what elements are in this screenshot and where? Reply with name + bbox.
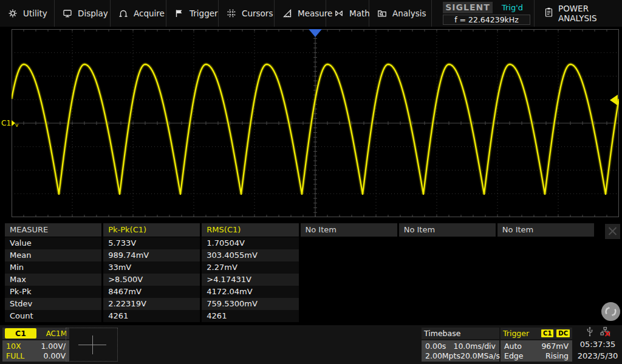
row-value: 2.27mV: [202, 261, 298, 274]
volts-per-div: 1.00V/: [41, 342, 66, 351]
brand-cluster: SIGLENT Trig'd f = 22.64239kHz: [443, 0, 530, 27]
table-row-max: Max >8.500V >4.17431V: [5, 274, 594, 286]
waveform-grid-svg: [12, 29, 619, 217]
menu-item-trigger[interactable]: Trigger: [166, 0, 219, 27]
row-value: 4261: [202, 310, 298, 322]
measure-header-noitem-2[interactable]: No Item: [399, 223, 496, 237]
acquire-icon: [118, 8, 128, 18]
history-loop-button[interactable]: [601, 302, 621, 322]
oscilloscope-screen: Utility Display Acquire Trigger: [0, 0, 622, 364]
trigger-position-marker[interactable]: [309, 29, 322, 37]
row-label: Min: [5, 261, 101, 274]
table-row-count: Count 4261 4261: [5, 310, 594, 322]
channel-marker-sub: v: [15, 122, 18, 128]
menu-item-label: Display: [78, 8, 108, 18]
menu-item-cursors[interactable]: Cursors: [219, 0, 275, 27]
clipboard-icon: [544, 7, 553, 19]
table-row-min: Min 33mV 2.27mV: [5, 261, 594, 274]
trigger-level: 967mV: [541, 342, 569, 351]
measure-close-button[interactable]: [605, 224, 620, 239]
gear-icon: [8, 8, 18, 18]
trigger-source-badge: C1: [541, 329, 553, 337]
row-value: >4.17431V: [202, 274, 298, 286]
trigger-level-marker[interactable]: [610, 95, 618, 106]
frequency-counter: f = 22.64239kHz: [443, 15, 530, 25]
row-label: Max: [5, 274, 101, 286]
waveform-display: [12, 29, 619, 217]
row-value: 303.4055mV: [202, 249, 298, 261]
timebase-panel[interactable]: Timebase 0.00s 10.0ms/div 2.00Mpts 20.0M…: [422, 328, 499, 362]
channel-coupling: AC1M: [39, 329, 67, 338]
timebase-title: Timebase: [424, 329, 460, 338]
row-value: 5.733V: [103, 237, 200, 249]
row-value: >8.500V: [103, 274, 200, 286]
trigger-slope: Rising: [545, 351, 569, 360]
table-row-mean: Mean 989.74mV 303.4055mV: [5, 249, 594, 261]
trigger-coupling-badge: DC: [556, 329, 570, 337]
row-value: 759.5300mV: [202, 298, 298, 310]
row-value: 1.70504V: [202, 237, 298, 249]
trigger-status: Trig'd: [494, 2, 530, 13]
status-area: 05:37:35 2023/5/30: [575, 327, 621, 362]
timebase-delay: 0.00s: [425, 342, 446, 351]
row-label: Count: [5, 310, 101, 322]
measure-header-noitem-1[interactable]: No Item: [301, 223, 397, 237]
row-value: 8467mV: [103, 286, 200, 298]
menu-item-measure[interactable]: Measure: [275, 0, 326, 27]
table-row-pkpk: Pk-Pk 8467mV 4172.04mV: [5, 286, 594, 298]
row-value: 33mV: [103, 261, 200, 274]
row-value: 2.22319V: [103, 298, 200, 310]
trigger-flag-icon: [174, 8, 184, 18]
measure-table-header: MEASURE Pk-Pk(C1) RMS(C1) No Item No Ite…: [5, 223, 594, 237]
measure-icon: [282, 8, 292, 18]
channel-marker-label: C1: [1, 119, 11, 127]
clock-time: 05:37:35: [575, 339, 621, 350]
menu-item-label: Math: [349, 8, 370, 18]
trigger-title: Trigger: [503, 329, 538, 338]
measure-table: MEASURE Pk-Pk(C1) RMS(C1) No Item No Ite…: [5, 223, 594, 322]
menu-item-analysis[interactable]: Analysis: [369, 0, 432, 27]
measure-header-noitem-3[interactable]: No Item: [497, 223, 594, 237]
menu-bar: Utility Display Acquire Trigger: [0, 0, 622, 27]
row-value: 4172.04mV: [202, 286, 298, 298]
display-icon: [63, 8, 72, 18]
measure-header-title: MEASURE: [5, 223, 101, 237]
trigger-type: Edge: [504, 351, 523, 360]
menu-item-label: Analysis: [392, 8, 426, 18]
measure-header-rms[interactable]: RMS(C1): [202, 223, 298, 237]
menu-item-label: Utility: [23, 8, 47, 18]
menu-item-display[interactable]: Display: [55, 0, 111, 27]
row-label: Pk-Pk: [5, 286, 101, 298]
lan-disconnected-icon: [600, 326, 610, 339]
bandwidth-limit: FULL: [6, 351, 24, 360]
menu-item-utility[interactable]: Utility: [0, 0, 55, 27]
row-label: Value: [5, 237, 101, 249]
channel-offset: 0.00V: [44, 351, 66, 360]
menu-item-math[interactable]: Math: [326, 0, 369, 27]
math-icon: [334, 8, 344, 18]
analysis-icon: [377, 8, 387, 18]
table-row-value: Value 5.733V 1.70504V: [5, 237, 594, 249]
usb-icon: [586, 326, 594, 339]
memory-depth: 2.00Mpts: [425, 351, 460, 360]
menu-item-acquire[interactable]: Acquire: [111, 0, 166, 27]
channel-c1-offset-marker[interactable]: C1 v: [1, 118, 18, 128]
row-label: Mean: [5, 249, 101, 261]
menu-item-label: Acquire: [134, 8, 165, 18]
menu-item-label: Cursors: [242, 8, 273, 18]
channel-badge-c1[interactable]: C1: [5, 328, 36, 339]
power-analysis-button[interactable]: POWER ANALYSIS: [534, 0, 622, 27]
channel-1-descriptor[interactable]: C1 AC1M 10X 1.00V/ FULL 0.00V: [2, 328, 69, 362]
trigger-mode: Auto: [504, 342, 522, 351]
row-value: 4261: [103, 310, 200, 322]
timebase-scale: 10.0ms/div: [453, 342, 496, 351]
trigger-panel[interactable]: Trigger C1 DC Auto 967mV Edge Rising: [501, 328, 572, 362]
probe-attenuation: 10X: [6, 342, 21, 351]
sample-rate: 20.0MSa/s: [460, 351, 500, 360]
row-label: Stdev: [5, 298, 101, 310]
siglent-logo: SIGLENT: [443, 2, 493, 13]
power-analysis-label: POWER ANALYSIS: [558, 4, 622, 23]
channel-placeholder-box[interactable]: [66, 328, 118, 362]
measure-header-pkpk[interactable]: Pk-Pk(C1): [103, 223, 200, 237]
row-value: 989.74mV: [103, 249, 200, 261]
